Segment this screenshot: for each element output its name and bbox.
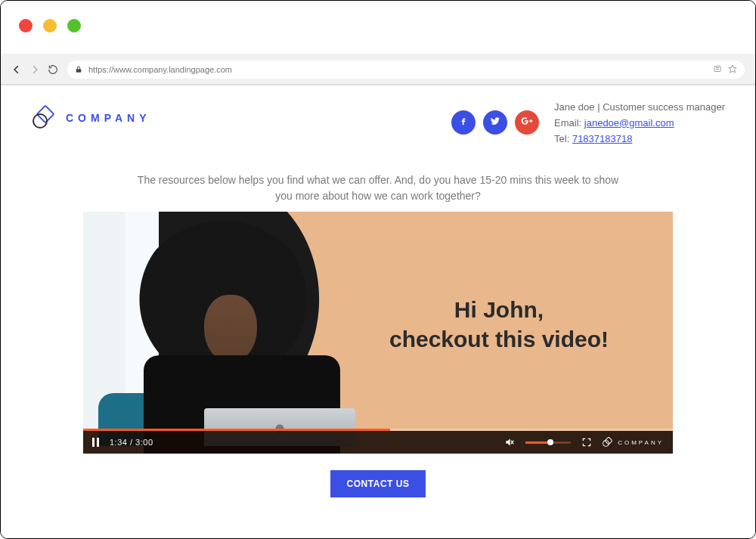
cta-row: CONTACT US [31, 470, 725, 497]
forward-button[interactable] [29, 64, 40, 75]
browser-chrome-top [1, 1, 755, 54]
video-time: 1:34 / 3:00 [110, 438, 153, 447]
video-brand-text: COMPANY [618, 439, 664, 446]
current-time: 1:34 [110, 438, 127, 447]
brand-logo-icon [31, 104, 58, 132]
twitter-icon [490, 116, 500, 129]
minimize-window-button[interactable] [43, 19, 57, 33]
page-header: COMPANY [31, 100, 725, 147]
window-controls [19, 19, 81, 33]
bookmark-star-icon[interactable] [728, 64, 737, 75]
video-player[interactable]: Hi John, checkout this video! 1:34 / 3:0… [83, 212, 673, 454]
overlay-line-2: checkout this video! [355, 324, 643, 354]
nav-buttons [11, 64, 58, 75]
browser-toolbar: https://www.company.landingpage.com [1, 54, 755, 84]
reader-icon[interactable] [713, 64, 722, 75]
facebook-icon [458, 116, 469, 129]
googleplus-link[interactable] [515, 110, 539, 135]
mute-button[interactable] [504, 437, 515, 448]
contact-block: Jane doe | Customer success manager Emai… [554, 100, 725, 147]
overlay-line-1: Hi John, [454, 297, 544, 322]
browser-window: https://www.company.landingpage.com COMP… [0, 0, 756, 539]
tel-label: Tel: [554, 133, 572, 144]
facebook-link[interactable] [451, 110, 476, 135]
pause-button[interactable] [92, 438, 99, 447]
url-text: https://www.company.landingpage.com [88, 65, 232, 74]
address-bar[interactable]: https://www.company.landingpage.com [67, 60, 745, 79]
reload-button[interactable] [48, 64, 58, 75]
contact-tel-link[interactable]: 71837183718 [572, 133, 633, 144]
svg-marker-3 [729, 65, 736, 73]
maximize-window-button[interactable] [67, 19, 81, 33]
brand[interactable]: COMPANY [31, 100, 151, 132]
googleplus-icon [521, 115, 533, 130]
brand-name: COMPANY [66, 112, 151, 124]
back-button[interactable] [11, 64, 22, 75]
duration: 3:00 [135, 438, 153, 447]
video-controls: 1:34 / 3:00 COMPANY [83, 431, 673, 454]
volume-slider[interactable] [525, 441, 571, 444]
intro-text: The resources below helps you find what … [136, 172, 620, 204]
email-label: Email: [554, 117, 584, 129]
video-brand-badge: COMPANY [603, 437, 664, 448]
social-links [451, 100, 539, 135]
contact-email-link[interactable]: janedoe@gmail.com [584, 117, 674, 129]
lock-icon [75, 66, 82, 73]
close-window-button[interactable] [19, 19, 33, 33]
contact-name-role: Jane doe | Customer success manager [554, 100, 725, 116]
twitter-link[interactable] [483, 110, 507, 135]
fullscreen-button[interactable] [581, 437, 592, 448]
video-brand-logo-icon [603, 437, 613, 448]
contact-email-row: Email: janedoe@gmail.com [554, 116, 725, 132]
contact-us-button[interactable]: CONTACT US [330, 470, 426, 497]
page-content: COMPANY [1, 86, 755, 538]
header-right: Jane doe | Customer success manager Emai… [451, 100, 725, 147]
video-overlay-text: Hi John, checkout this video! [355, 295, 643, 354]
contact-tel-row: Tel: 71837183718 [554, 132, 725, 147]
